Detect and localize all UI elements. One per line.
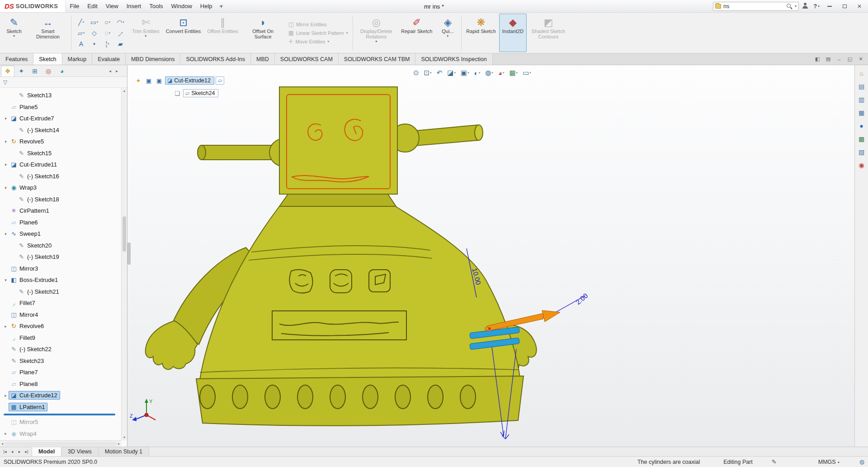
configuration-manager-tab[interactable]: ⊞ [28,66,42,76]
scroll-up-icon[interactable]: ▴ [123,88,125,94]
offset-on-surface-button[interactable]: ◗Offset On Surface [241,14,285,52]
tab-solidworks-cam-tbm[interactable]: SOLIDWORKS CAM TBM [339,53,416,65]
previous-view-button[interactable]: ↶ [435,68,444,78]
search-caret-icon[interactable]: ▾ [795,4,797,8]
dimension-2[interactable]: 2.00 [574,292,589,306]
sketch-button[interactable]: ✎Sketch▾ [2,14,26,52]
qui-button[interactable]: ◈Qui...▾ [435,14,460,52]
text-tool[interactable]: A [75,38,87,49]
design-library-button[interactable]: ▤ [857,82,867,91]
tree-item-plane6[interactable]: ▱Plane6 [0,217,127,229]
zoom-area-button[interactable]: ⊡▾ [422,68,434,78]
expand-arrow-icon[interactable]: ▾ [3,139,9,144]
tab-mbd-dimensions[interactable]: MBD Dimensions [126,53,181,65]
doc-minimize-icon[interactable]: – [835,55,844,63]
close-button[interactable]: ✕ [853,1,866,12]
ellipse-tool[interactable]: ◌▾ [101,28,113,38]
smart-dimension-button[interactable]: ↔Smart Dimension [26,14,70,52]
doc-tab-3d-views[interactable]: 3D Views [61,447,99,456]
breadcrumb-sketch-chip[interactable]: ▱ [216,76,224,85]
point-tool[interactable]: • [88,38,100,49]
search-icon[interactable] [786,3,793,10]
polygon-tool[interactable]: ◇ [88,28,100,38]
fillet-tool[interactable]: ◞▾ [114,28,127,38]
home-button[interactable]: ⌂ [857,69,867,78]
scrollbar-track[interactable] [122,94,127,434]
filter-icon[interactable]: ▽ [3,79,7,86]
plane-tool[interactable]: ▰ [114,38,127,49]
part-icon[interactable]: ▣ [144,76,153,85]
collapse-arrow-icon[interactable]: ▸ [3,324,9,329]
help-menu[interactable]: ?▾ [811,1,821,11]
rollback-bar[interactable] [4,414,115,415]
model-3d-robot[interactable]: 10.00 2.00 [127,65,854,447]
tree-item-wrap3[interactable]: ▾◉Wrap3 [0,182,127,194]
search-input[interactable] [723,3,784,10]
collapse-arrow-icon[interactable]: ▸ [3,393,9,398]
search-scope-icon[interactable] [715,4,721,9]
panel-splitter-handle[interactable] [127,243,131,265]
tab-mbd[interactable]: MBD [251,53,275,65]
tree-item-sketch18[interactable]: ✎(-) Sketch18 [0,194,127,205]
pin-toolbar-icon[interactable]: ➤ [217,3,225,10]
tree-item-cirpattern1[interactable]: ✳CirPattern1 [0,205,127,217]
hscrollbar-track[interactable] [5,442,117,446]
tree-item-sketch22[interactable]: ✎(-) Sketch22 [0,343,127,355]
expand-arrow-icon[interactable]: ▾ [3,278,9,282]
circle-tool[interactable]: ○▾ [101,17,113,28]
doc-tab-motion-study-1[interactable]: Motion Study 1 [99,447,149,456]
tree-item-cut-extrude7[interactable]: ▾◪Cut-Extrude7 [0,113,127,124]
menu-view[interactable]: View [102,0,123,12]
doc-restore-icon[interactable]: ◱ [845,55,854,63]
search-box[interactable]: ▾ [713,2,799,11]
tree-scrollbar[interactable]: ▴ ▾ [121,88,127,440]
tree-item-fillet7[interactable]: ◞Fillet7 [0,297,127,309]
tab-solidworks-cam[interactable]: SOLIDWORKS CAM [275,53,339,65]
menu-edit[interactable]: Edit [83,0,101,12]
breadcrumb-feature[interactable]: ◪ Cut-Extrude12 [165,76,214,85]
expand-arrow-icon[interactable]: ▾ [3,232,9,236]
tree-item-mirror5[interactable]: ◫Mirror5 [0,416,127,428]
skirt-holes[interactable] [200,385,476,409]
repair-sketch-button[interactable]: ✐Repair Sketch [398,14,435,52]
scenes-button[interactable]: ▩ [857,134,867,143]
tree-item-boss-extrude1[interactable]: ▾◧Boss-Extrude1 [0,274,127,286]
tree-item-sketch13[interactable]: ✎Sketch13 [0,90,127,101]
hide-show-items-button[interactable]: ◍▾ [483,68,495,78]
status-globe-icon[interactable]: ◍ [859,458,864,465]
move-entities-button[interactable]: ✛Move Entities▾ [288,38,348,45]
arc-tool[interactable]: ◠▾ [114,17,127,28]
tab-features[interactable]: Features [0,53,33,65]
display-style-button[interactable]: ◐▾ [472,68,482,78]
tab-solidworks-add-ins[interactable]: SOLIDWORKS Add-Ins [180,53,251,65]
tree-item-revolve6[interactable]: ▸↻Revolve6 [0,320,127,332]
tree-item-sketch23[interactable]: ✎Sketch23 [0,355,127,367]
convert-entities-button[interactable]: ⊡Convert Entities [163,14,204,52]
tab-solidworks-inspection[interactable]: SOLIDWORKS Inspection [415,53,492,65]
tree-item-sketch21[interactable]: ✎(-) Sketch21 [0,286,127,298]
centerline-tool[interactable]: ¦▾ [101,38,113,49]
restore-button[interactable] [838,1,851,12]
panel-scroll-left-icon[interactable]: ◂ [107,69,113,73]
graphics-area[interactable]: 10.00 2.00 ✦ ▣ ▣ ◪ Cut-Extr [127,65,854,447]
menu-tools[interactable]: Tools [145,0,167,12]
tree-item-wrap4[interactable]: ▸◉Wrap4 [0,428,127,440]
tree-item-plane5[interactable]: ▱Plane5 [0,101,127,113]
zoom-fit-button[interactable]: ⊙ [411,68,421,78]
expand-arrow-icon[interactable]: ▾ [3,116,9,121]
doc-tab-model[interactable]: Model [32,447,61,456]
expand-arrow-icon[interactable]: ▾ [3,186,9,190]
panel-scroll-right-icon[interactable]: ▸ [114,69,120,73]
tree-item-sweep1[interactable]: ▾∿Sweep1 [0,228,127,240]
tab-scroll-last-button[interactable]: ▸| [23,449,30,454]
tab-markup[interactable]: Markup [62,53,93,65]
instant2d-button[interactable]: ◆Instant2D [499,14,527,52]
pane-full-icon[interactable]: ▤ [824,55,833,63]
feature-manager-tab[interactable]: ❖ [1,66,14,76]
solid-body-icon[interactable]: ▣ [155,76,164,85]
view-orientation-button[interactable]: ▣▾ [459,68,471,78]
rapid-sketch-button[interactable]: ❋Rapid Sketch [463,14,499,52]
offset-entities-button[interactable]: ∥Offset Entities [204,14,241,52]
dimxpert-manager-tab[interactable]: ◎ [42,66,55,76]
custom-properties-button[interactable]: ▧ [857,148,867,157]
